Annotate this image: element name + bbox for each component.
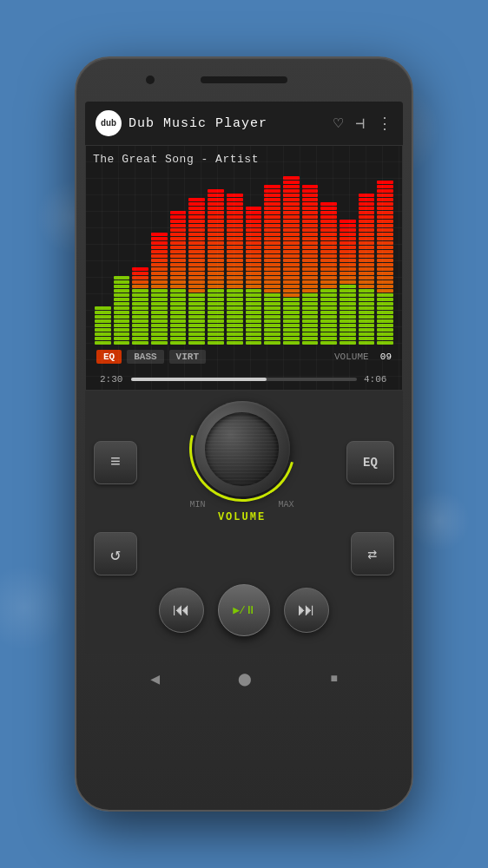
knob-inner — [205, 412, 279, 486]
shuffle-icon: ⇄ — [368, 544, 378, 563]
phone-speaker — [201, 76, 287, 83]
repeat-button[interactable]: ↺ — [94, 532, 137, 575]
controls-area: ≡ MIN MAX VOLUME EQ — [85, 391, 403, 654]
knob-texture — [205, 412, 279, 486]
volume-knob[interactable] — [195, 401, 290, 496]
shuffle-button[interactable]: ⇄ — [351, 532, 394, 575]
phone-nav-bar: ◀ ⬤ ■ — [76, 657, 412, 700]
next-icon: ⏭ — [298, 600, 315, 621]
max-label: MAX — [278, 500, 293, 510]
prev-icon: ⏮ — [173, 600, 190, 621]
recents-button[interactable]: ■ — [330, 672, 337, 686]
volume-knob-area: MIN MAX VOLUME — [137, 401, 346, 523]
favorite-icon[interactable]: ♡ — [333, 114, 343, 133]
home-button[interactable]: ⬤ — [238, 672, 252, 687]
header-icons: ♡ ⊣ ⋮ — [333, 114, 392, 133]
eq-grid-bg — [86, 146, 402, 390]
dub-logo: dub — [96, 110, 122, 136]
playlist-button[interactable]: ≡ — [94, 441, 137, 484]
equalizer-adjust-icon[interactable]: ⊣ — [355, 114, 365, 133]
prev-button[interactable]: ⏮ — [159, 588, 204, 633]
play-pause-icon: ▶/⏸ — [233, 603, 255, 617]
next-button[interactable]: ⏭ — [284, 588, 329, 633]
volume-big-label: VOLUME — [218, 511, 266, 523]
app-title: Dub Music Player — [129, 116, 326, 131]
back-button[interactable]: ◀ — [150, 669, 160, 688]
front-camera — [146, 76, 155, 84]
eq-ctrl-button[interactable]: EQ — [346, 441, 394, 484]
controls-top-row: ≡ MIN MAX VOLUME EQ — [94, 401, 394, 523]
phone-device: dub Dub Music Player ♡ ⊣ ⋮ The Great Son… — [75, 56, 413, 812]
progress-bar-fill — [131, 378, 267, 381]
playlist-icon: ≡ — [110, 452, 121, 472]
progress-bar-track[interactable] — [131, 378, 357, 381]
play-pause-button[interactable]: ▶/⏸ — [218, 584, 270, 636]
eq-ctrl-icon: EQ — [363, 456, 378, 470]
app-container: dub Dub Music Player ♡ ⊣ ⋮ The Great Son… — [85, 102, 403, 654]
repeat-icon: ↺ — [110, 543, 121, 565]
menu-icon[interactable]: ⋮ — [377, 114, 392, 133]
phone-top-bar — [76, 58, 412, 102]
min-label: MIN — [190, 500, 206, 510]
playback-controls: ⏮ ▶/⏸ ⏭ — [94, 584, 394, 636]
app-header: dub Dub Music Player ♡ ⊣ ⋮ — [85, 102, 403, 145]
controls-bottom-row: ↺ ⇄ — [94, 532, 394, 575]
visualizer-container: The Great Song - Artist EQ BASS VIRT VOL… — [85, 145, 403, 391]
